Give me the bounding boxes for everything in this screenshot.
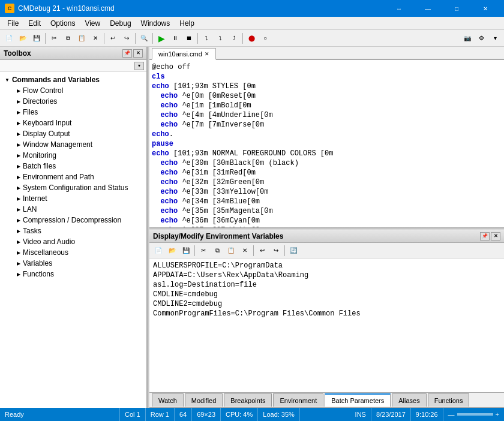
env-panel-title: Display/Modify Environment Variables: [153, 232, 283, 240]
status-ins-text: INS: [355, 411, 366, 418]
menu-edit[interactable]: Edit: [23, 18, 46, 29]
tree-item-env-path[interactable]: ▶ Environment and Path: [0, 172, 146, 182]
toolbar-r2[interactable]: ⚙: [475, 32, 488, 45]
zoom-slider[interactable]: [457, 413, 493, 416]
env-tb-paste[interactable]: 📋: [224, 244, 238, 257]
tree-item-lan[interactable]: ▶ LAN: [0, 204, 146, 215]
tree-section-label-commands: Commands and Variables: [12, 76, 100, 84]
toolbar-step-over[interactable]: ⤵: [200, 32, 213, 45]
tree-item-misc[interactable]: ▶ Miscellaneous: [0, 247, 146, 258]
toolbar-delete[interactable]: ✕: [89, 32, 102, 45]
close-button[interactable]: ✕: [472, 0, 499, 17]
env-tb-save[interactable]: 💾: [179, 244, 193, 257]
toolbar-step-out[interactable]: ⤴: [227, 32, 241, 45]
env-tb-redo[interactable]: ↪: [269, 244, 283, 257]
env-panel-pin[interactable]: 📌: [480, 232, 490, 240]
toolbar-pause[interactable]: ⏸: [169, 32, 182, 45]
maximize-button[interactable]: □: [443, 0, 470, 17]
tree-item-compression[interactable]: ▶ Compression / Decompression: [0, 215, 146, 225]
tree-item-sys-config[interactable]: ▶ System Configuration and Status: [0, 182, 146, 193]
tree-item-keyboard[interactable]: ▶ Keyboard Input: [0, 118, 146, 128]
tree-chevron-wm: ▶: [17, 142, 20, 148]
editor-tab-win10ansi[interactable]: win10ansi.cmd ✕: [152, 48, 216, 60]
tree-item-flow-control[interactable]: ▶ Flow Control: [0, 85, 146, 96]
menu-help[interactable]: Help: [175, 18, 199, 29]
toolbar-breakpoint2[interactable]: ○: [259, 32, 272, 45]
tree-item-video-audio[interactable]: ▶ Video and Audio: [0, 236, 146, 247]
tab-close-btn[interactable]: ✕: [205, 51, 209, 57]
main-toolbar: 📄 📂 💾 ✂ ⧉ 📋 ✕ ↩ ↪ 🔍 ▶ ⏸ ⏹ ⤵ ⤵ ⤴ ⬤ ○ 📷 ⚙ …: [0, 30, 504, 47]
menu-view[interactable]: View: [80, 18, 105, 29]
tree-item-tasks[interactable]: ▶ Tasks: [0, 225, 146, 236]
bottom-tab-functions[interactable]: Functions: [428, 393, 470, 407]
env-line: CMDLINE=cmdebug: [153, 290, 500, 299]
tree-item-directories[interactable]: ▶ Directories: [0, 96, 146, 107]
code-line: echo [101;93m STYLES [0m: [152, 82, 502, 91]
minimize-button2[interactable]: —: [414, 0, 442, 17]
toolbar-cut[interactable]: ✂: [47, 32, 61, 45]
env-tb-open[interactable]: 📂: [166, 244, 179, 257]
tree-chevron-commands: ▼: [5, 77, 10, 83]
tree-section-header-commands[interactable]: ▼ Commands and Variables: [0, 74, 146, 85]
code-line: echo ^e[1m [1mBold[0m: [152, 101, 502, 110]
bottom-tab-modified[interactable]: Modified: [185, 393, 223, 407]
env-panel-controls: 📌 ✕: [480, 232, 500, 240]
toolbar-stop[interactable]: ⏹: [182, 32, 196, 45]
toolbar-find[interactable]: 🔍: [137, 32, 151, 45]
tree-item-variables[interactable]: ▶ Variables: [0, 258, 146, 269]
code-line: echo ^e[30m [30mBlack[0m (black): [152, 158, 502, 168]
toolbar-breakpoint[interactable]: ⬤: [245, 32, 258, 45]
toolbar-right: 📷 ⚙ ▾: [461, 32, 502, 45]
zoom-plus-icon[interactable]: +: [496, 411, 499, 418]
status-ready: Ready: [0, 408, 120, 421]
code-editor[interactable]: @echo off cls echo [101;93m STYLES [0m e…: [149, 60, 504, 227]
tree-item-files[interactable]: ▶ Files: [0, 107, 146, 118]
code-line: cls: [152, 72, 502, 82]
minimize-button[interactable]: ↔: [385, 0, 413, 17]
toolbar-r3[interactable]: ▾: [488, 32, 502, 45]
toolbox-title: Toolbox: [4, 49, 31, 58]
code-line: @echo off: [152, 62, 502, 72]
bottom-tab-environment[interactable]: Environment: [273, 393, 323, 407]
tree-item-internet[interactable]: ▶ Internet: [0, 193, 146, 204]
tree-item-batch[interactable]: ▶ Batch files: [0, 161, 146, 172]
toolbar-paste[interactable]: 📋: [75, 32, 88, 45]
bottom-tab-aliases[interactable]: Aliases: [392, 393, 426, 407]
toolbar-sep6: [242, 33, 243, 44]
bottom-tab-breakpoints[interactable]: Breakpoints: [224, 393, 272, 407]
bottom-tab-batch-params[interactable]: Batch Parameters: [325, 393, 391, 407]
tree-item-functions[interactable]: ▶ Functions: [0, 269, 146, 279]
toolbar-r1[interactable]: 📷: [461, 32, 474, 45]
toolbox-dropdown[interactable]: ▾: [134, 62, 144, 70]
env-tb-undo[interactable]: ↩: [256, 244, 269, 257]
code-line: echo ^e[32m [32mGreen[0m: [152, 178, 502, 187]
menu-debug[interactable]: Debug: [105, 18, 136, 29]
toolbar-copy[interactable]: ⧉: [61, 32, 74, 45]
tree-item-display[interactable]: ▶ Display Output: [0, 128, 146, 139]
tree-item-label: Window Management: [23, 140, 92, 149]
menu-file[interactable]: File: [2, 18, 23, 29]
menu-windows[interactable]: Windows: [136, 18, 175, 29]
toolbar-open[interactable]: 📂: [16, 32, 29, 45]
toolbox-pin[interactable]: 📌: [122, 49, 132, 58]
bottom-tab-watch[interactable]: Watch: [152, 393, 184, 407]
toolbox-close[interactable]: ✕: [133, 49, 143, 58]
toolbar-save[interactable]: 💾: [30, 32, 43, 45]
tree-item-window-mgmt[interactable]: ▶ Window Management: [0, 139, 146, 150]
editor-tab-bar: win10ansi.cmd ✕: [149, 47, 504, 60]
status-time-text: 9:10:26: [416, 411, 438, 418]
toolbar-redo[interactable]: ↪: [120, 32, 133, 45]
toolbar-new[interactable]: 📄: [2, 32, 16, 45]
menu-options[interactable]: Options: [46, 18, 80, 29]
env-tb-new[interactable]: 📄: [152, 244, 165, 257]
toolbar-run[interactable]: ▶: [155, 32, 168, 45]
env-panel-close[interactable]: ✕: [491, 232, 500, 240]
env-tb-refresh[interactable]: 🔄: [287, 244, 300, 257]
env-tb-delete[interactable]: ✕: [238, 244, 251, 257]
zoom-minus-icon[interactable]: —: [448, 411, 455, 418]
toolbar-undo[interactable]: ↩: [106, 32, 119, 45]
tree-item-monitoring[interactable]: ▶ Monitoring: [0, 150, 146, 161]
env-tb-copy[interactable]: ⧉: [211, 244, 224, 257]
toolbar-step-into[interactable]: ⤵: [214, 32, 227, 45]
env-tb-cut[interactable]: ✂: [197, 244, 210, 257]
